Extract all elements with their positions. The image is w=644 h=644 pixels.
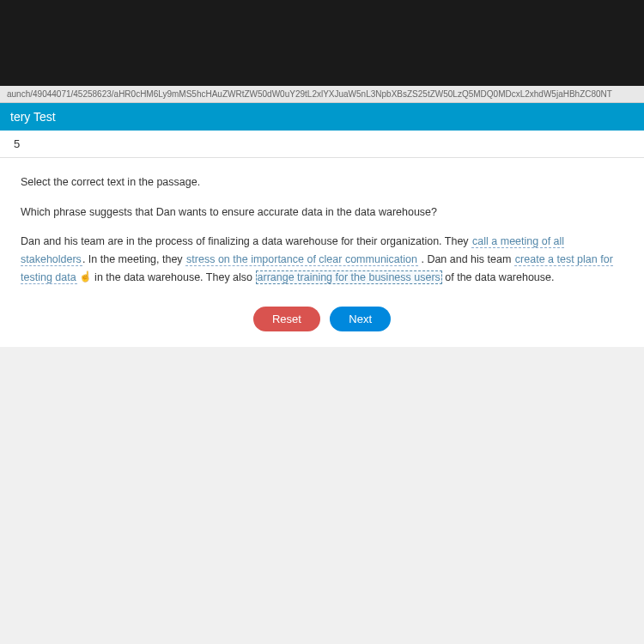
header-title: tery Test	[10, 110, 56, 124]
selectable-phrase-4[interactable]: arrange training for the business users	[256, 270, 442, 284]
question-number: 5	[0, 131, 644, 158]
hand-cursor-icon: ☝	[79, 269, 92, 286]
passage-text: Dan and his team are in the process of f…	[21, 235, 471, 247]
content-area: 5 Select the correct text in the passage…	[0, 131, 644, 347]
reset-button[interactable]: Reset	[253, 307, 320, 331]
monitor-bezel	[0, 0, 644, 86]
passage: Dan and his team are in the process of f…	[21, 233, 623, 286]
instruction-text: Select the correct text in the passage.	[21, 173, 623, 191]
question-body: Select the correct text in the passage. …	[0, 158, 644, 347]
passage-text: . In the meeting, they	[82, 253, 185, 265]
question-prompt: Which phrase suggests that Dan wants to …	[21, 204, 623, 222]
url-bar[interactable]: aunch/49044071/45258623/aHR0cHM6Ly9mMS5h…	[0, 86, 644, 103]
next-button[interactable]: Next	[330, 307, 391, 331]
selectable-phrase-2[interactable]: stress on the importance of clear commun…	[185, 253, 418, 266]
passage-text: in the data warehouse. They also	[92, 271, 256, 283]
passage-text: . Dan and his team	[418, 253, 514, 265]
button-row: Reset Next	[21, 307, 623, 331]
page-header: tery Test	[0, 103, 644, 131]
passage-text: of the data warehouse.	[442, 271, 555, 283]
